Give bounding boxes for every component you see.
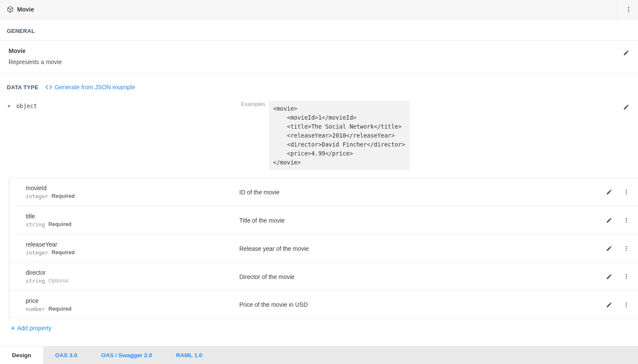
svg-point-3 [628,11,629,12]
property-description: Director of the movie [239,273,294,280]
footer-tabs: DesignOAS 3.0OAS / Swagger 2.0RAML 1.0 [0,346,638,364]
required-badge: Required [48,306,71,312]
examples-label: Examples [241,101,265,107]
property-more-button[interactable] [621,299,631,310]
property-row: releaseYearintegerRequiredRelease year o… [9,234,638,262]
property-type: number [26,306,45,312]
svg-point-8 [626,220,627,221]
datatype-section-label: DATA TYPE [7,84,38,91]
edit-property-button[interactable] [604,244,614,254]
type-name: Movie [9,47,62,54]
add-property-button[interactable]: + Add property [11,325,51,332]
property-row: pricenumberRequiredPrice of the movie in… [9,291,638,319]
svg-point-12 [626,250,627,251]
property-description: Price of the movie in USD [239,301,308,308]
required-badge: Required [52,250,75,256]
property-description: Release year of the movie [239,245,309,252]
code-icon [45,84,52,91]
svg-point-14 [626,276,627,278]
property-type: integer [26,250,48,256]
svg-point-10 [626,246,627,247]
plus-icon: + [11,325,15,332]
svg-point-15 [626,278,627,279]
svg-point-5 [626,192,627,193]
svg-point-7 [626,218,627,219]
property-row: directorstringOptionalDirector of the mo… [9,262,638,291]
page-title: Movie [17,6,34,13]
tab-raml-1-0[interactable]: RAML 1.0 [164,346,214,364]
property-description: Title of the movie [239,217,285,224]
more-menu-button[interactable] [623,4,634,15]
property-name: price [26,297,231,304]
property-name: releaseYear [26,241,231,248]
tab-oas-swagger-2-0[interactable]: OAS / Swagger 2.0 [89,346,164,364]
page-header: Movie [0,0,638,19]
required-badge: Required [52,193,75,200]
property-name: title [26,213,231,220]
edit-object-button[interactable] [621,102,631,112]
edit-general-button[interactable] [621,47,631,58]
property-more-button[interactable] [621,272,631,282]
cube-icon [7,6,14,13]
tab-design[interactable]: Design [0,346,43,364]
property-more-button[interactable] [621,187,631,197]
general-card: Movie Represents a movie [0,40,638,73]
svg-point-13 [626,274,627,276]
property-type: string [26,221,45,228]
svg-point-2 [628,9,629,10]
svg-point-11 [626,248,627,250]
svg-point-17 [626,304,627,305]
property-type: string [26,278,45,284]
svg-point-6 [626,194,627,195]
type-description: Represents a movie [9,59,62,65]
property-type: integer [26,193,48,200]
edit-property-button[interactable] [604,215,614,226]
tab-oas-3-0[interactable]: OAS 3.0 [43,346,89,364]
svg-point-18 [626,306,627,308]
example-code-block: <movie> <movieId>1</movieId> <title>The … [269,101,409,170]
property-more-button[interactable] [621,215,631,226]
property-name: movieId [26,185,231,191]
svg-point-1 [628,7,629,8]
property-name: director [26,269,231,276]
generate-from-json-link[interactable]: Generate from JSON example [45,84,135,91]
property-more-button[interactable] [621,244,631,254]
required-badge: Required [48,221,71,228]
general-section-label: GENERAL [0,19,638,40]
svg-point-4 [626,190,627,191]
object-type-row: ▼ object Examples <movie> <movieId>1</mo… [0,97,638,170]
property-row: movieIdintegerRequiredID of the movie [9,178,638,206]
edit-property-button[interactable] [604,272,614,282]
object-type-label: object [16,103,37,109]
property-row: titlestringRequiredTitle of the movie [9,206,638,234]
collapse-caret-icon[interactable]: ▼ [7,104,11,109]
svg-point-16 [626,302,627,304]
edit-property-button[interactable] [604,299,614,310]
optional-badge: Optional [48,278,68,284]
edit-property-button[interactable] [604,187,614,197]
svg-point-9 [626,222,627,223]
property-description: ID of the movie [239,189,279,196]
